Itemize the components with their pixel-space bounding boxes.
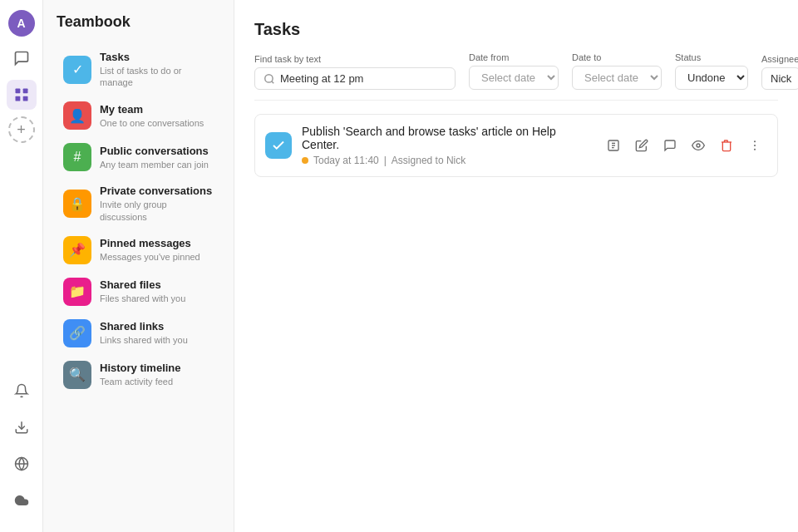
pinned-messages-icon: 📌 [63, 236, 91, 264]
shared-files-icon: 📁 [63, 278, 91, 306]
download-icon-btn[interactable] [7, 412, 37, 442]
my-team-icon: 👤 [63, 101, 91, 130]
svg-point-14 [754, 140, 756, 142]
date-to-select[interactable]: Select date [572, 66, 662, 90]
sidebar-item-tasks[interactable]: ✓ Tasks List of tasks to do or manage [50, 44, 227, 95]
find-input[interactable] [280, 72, 446, 85]
shared-files-text: Shared files Files shared with you [100, 278, 185, 304]
sidebar-item-my-team[interactable]: 👤 My team One to one conversations [50, 95, 227, 136]
filter-bar: Find task by text Date from Select date … [254, 52, 778, 101]
task-comment-btn[interactable] [658, 133, 682, 158]
date-from-group: Date from Select date [469, 52, 559, 90]
chat-icon-btn[interactable] [7, 43, 37, 73]
history-timeline-text: History timeline Team activity feed [100, 362, 181, 387]
pinned-messages-sublabel: Messages you've pinned [100, 251, 200, 263]
sidebar-item-public-conversations[interactable]: # Public conversations Any team member c… [50, 136, 227, 178]
page-title: Tasks [254, 20, 778, 39]
sidebar-item-history-timeline[interactable]: 🔍 History timeline Team activity feed [50, 354, 227, 396]
svg-rect-0 [15, 89, 20, 94]
task-orange-dot [302, 157, 308, 164]
task-attach-btn[interactable] [601, 133, 626, 158]
task-row: Publish 'Search and browse tasks' articl… [254, 114, 778, 177]
task-title: Publish 'Search and browse tasks' articl… [302, 125, 591, 151]
date-to-label: Date to [572, 52, 662, 62]
tasks-text: Tasks List of tasks to do or manage [100, 51, 214, 88]
public-conversations-icon: # [63, 143, 91, 171]
private-conversations-label: Private conversations [100, 185, 214, 199]
private-conversations-sublabel: Invite only group discussions [100, 199, 214, 223]
sidebar-item-shared-files[interactable]: 📁 Shared files Files shared with you [50, 271, 227, 313]
shared-links-icon: 🔗 [63, 319, 91, 347]
shared-files-sublabel: Files shared with you [100, 293, 185, 304]
my-team-text: My team One to one conversations [100, 103, 204, 129]
task-date: Today at 11:40 [313, 155, 379, 166]
public-conversations-text: Public conversations Any team member can… [100, 145, 209, 170]
status-select[interactable]: Undone [675, 66, 748, 90]
grid-icon-btn[interactable] [7, 80, 37, 110]
assignee-wrap: Nick [761, 67, 798, 90]
sidebar-item-pinned-messages[interactable]: 📌 Pinned messages Messages you've pinned [50, 229, 227, 271]
date-from-label: Date from [469, 52, 559, 62]
shared-links-sublabel: Links shared with you [100, 334, 188, 346]
pinned-messages-text: Pinned messages Messages you've pinned [100, 237, 200, 263]
cloud-icon-btn[interactable] [7, 485, 37, 515]
task-more-btn[interactable] [742, 133, 767, 158]
private-conversations-icon: 🔒 [63, 190, 91, 218]
tasks-icon: ✓ [63, 56, 91, 84]
find-label: Find task by text [254, 54, 456, 64]
public-conversations-sublabel: Any team member can join [100, 159, 209, 170]
tasks-sublabel: List of tasks to do or manage [100, 65, 214, 89]
task-list: Publish 'Search and browse tasks' articl… [254, 114, 778, 532]
svg-point-15 [754, 145, 756, 146]
search-icon [264, 73, 275, 85]
task-content: Publish 'Search and browse tasks' articl… [302, 125, 591, 166]
task-meta: Today at 11:40 | Assigned to Nick [302, 155, 591, 166]
shared-links-label: Shared links [100, 320, 188, 334]
status-label: Status [675, 52, 748, 62]
date-from-select[interactable]: Select date [469, 66, 559, 90]
task-edit-btn[interactable] [629, 133, 654, 158]
sidebar-item-private-conversations[interactable]: 🔒 Private conversations Invite only grou… [50, 178, 227, 229]
assignee-group: Assignee Nick [761, 54, 798, 90]
tasks-label: Tasks [100, 51, 214, 65]
history-timeline-sublabel: Team activity feed [100, 376, 181, 387]
svg-rect-2 [15, 96, 20, 101]
sidebar-title: Teambook [43, 13, 234, 44]
icon-bar: A + [0, 0, 43, 532]
history-timeline-icon: 🔍 [63, 361, 91, 389]
shared-links-text: Shared links Links shared with you [100, 320, 188, 346]
my-team-label: My team [100, 103, 204, 117]
sidebar: Teambook ✓ Tasks List of tasks to do or … [43, 0, 234, 532]
assignee-value: Nick [771, 72, 791, 85]
add-workspace-btn[interactable]: + [8, 116, 35, 143]
svg-point-16 [754, 149, 756, 150]
task-icon [265, 132, 292, 159]
task-actions [601, 133, 767, 158]
pinned-messages-label: Pinned messages [100, 237, 200, 251]
private-conversations-text: Private conversations Invite only group … [100, 185, 214, 222]
assignee-label: Assignee [761, 54, 798, 64]
task-assignee: Assigned to Nick [392, 155, 466, 166]
shared-files-label: Shared files [100, 278, 185, 293]
task-separator: | [384, 155, 387, 166]
svg-point-7 [265, 74, 273, 81]
main-content: Tasks Find task by text Date from Select… [234, 0, 798, 532]
public-conversations-label: Public conversations [100, 145, 209, 159]
status-group: Status Undone [675, 52, 748, 90]
sidebar-item-shared-links[interactable]: 🔗 Shared links Links shared with you [50, 313, 227, 354]
svg-point-13 [697, 144, 700, 147]
my-team-sublabel: One to one conversations [100, 117, 204, 129]
svg-rect-1 [22, 89, 27, 94]
svg-rect-3 [22, 96, 27, 101]
task-delete-btn[interactable] [714, 133, 739, 158]
find-input-wrap [254, 67, 456, 90]
find-filter-group: Find task by text [254, 54, 456, 90]
globe-icon-btn[interactable] [7, 449, 37, 479]
avatar[interactable]: A [8, 10, 35, 37]
svg-line-8 [272, 81, 274, 83]
history-timeline-label: History timeline [100, 362, 181, 376]
date-to-group: Date to Select date [572, 52, 662, 90]
bell-icon-btn[interactable] [7, 376, 37, 406]
task-view-btn[interactable] [686, 133, 711, 158]
